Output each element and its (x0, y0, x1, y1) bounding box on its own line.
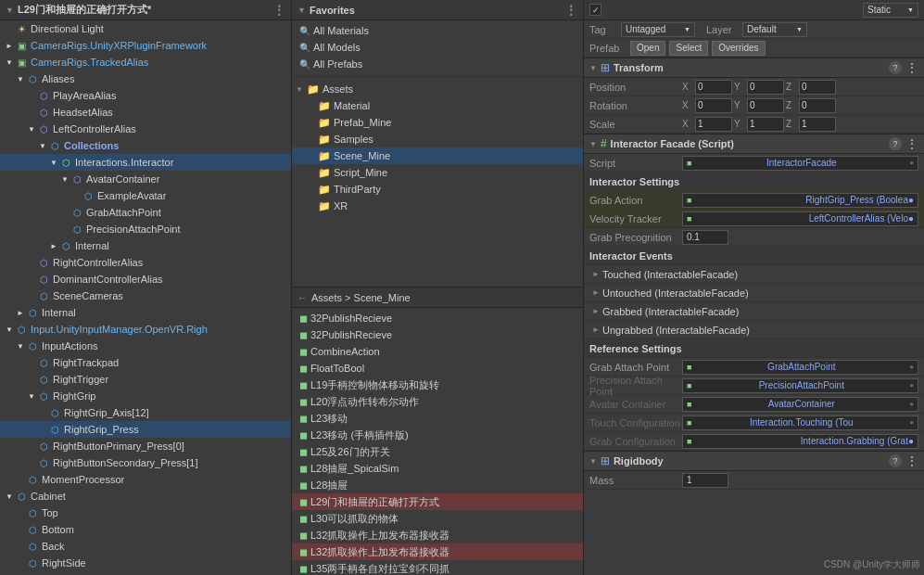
folder-item[interactable]: 📁Material (292, 97, 583, 114)
file-item[interactable]: ◼L29门和抽屉的正确打开方式 (292, 493, 583, 510)
favorites-more-btn[interactable]: ⋮ (564, 3, 577, 18)
facade-help-icon[interactable]: ? (889, 137, 902, 150)
tree-item-input-actions[interactable]: ⬡InputActions (0, 338, 291, 354)
rotation-y[interactable] (747, 98, 784, 113)
rigidbody-section-header[interactable]: ▼ ⊞ Rigidbody ? ⋮ (584, 451, 924, 471)
fav-item[interactable]: 🔍All Models (292, 39, 583, 56)
position-y[interactable] (747, 80, 784, 95)
tree-item-cabinet-leftside[interactable]: ⬡LeftSide (0, 571, 291, 575)
tree-item-cabinet-rightside[interactable]: ⬡RightSide (0, 555, 291, 571)
tree-item-right-button-primary[interactable]: ⬡RightButtonPrimary_Press[0] (0, 438, 291, 454)
tree-item-cabinet[interactable]: ⬡Cabinet (0, 488, 291, 505)
fav-item[interactable]: 🔍All Materials (292, 22, 583, 39)
prefab-open-btn[interactable]: Open (630, 41, 665, 56)
prefab-select-btn[interactable]: Select (669, 41, 708, 56)
rigidbody-help-icon[interactable]: ? (889, 454, 902, 467)
tree-item-right-grip-press[interactable]: ⬡RightGrip_Press (0, 421, 291, 438)
grab-attach-field[interactable]: ■ GrabAttachPoint ● (682, 360, 918, 375)
avatar-container-field[interactable]: ■ AvatarContainer ● (682, 397, 918, 412)
folder-item[interactable]: ▼📁Assets (292, 81, 583, 97)
folder-item[interactable]: 📁Samples (292, 131, 583, 147)
ungrabbed-event-row[interactable]: Ungrabbed (InteractableFacade) (584, 321, 924, 339)
prefab-overrides-btn[interactable]: Overrides (712, 41, 765, 56)
file-item[interactable]: ◼L19手柄控制物体移动和旋转 (292, 377, 583, 393)
transform-more-icon[interactable]: ⋮ (905, 61, 918, 74)
tree-item-camera-rig[interactable]: ▣CameraRigs.UnityXRPluginFramework (0, 37, 291, 54)
tree-item-avatar-container[interactable]: ⬡AvatarContainer (0, 171, 291, 187)
folder-item[interactable]: 📁Scene_Mine (292, 147, 583, 164)
folder-item[interactable]: 📁Script_Mine (292, 164, 583, 181)
file-item[interactable]: ◼L32抓取操作上加发布器接收器 (292, 527, 583, 543)
tree-item-interactions-interactor[interactable]: ⬡Interactions.Interactor (0, 154, 291, 171)
file-item[interactable]: ◼L28抽屉_SpicalSim (292, 460, 583, 477)
tree-item-scene-cameras[interactable]: ⬡SceneCameras (0, 288, 291, 304)
transform-help-icon[interactable]: ? (889, 61, 902, 74)
tree-item-cabinet-back[interactable]: ⬡Back (0, 538, 291, 555)
rotation-x[interactable] (695, 98, 732, 113)
file-item[interactable]: ◼L20浮点动作转布尔动作 (292, 393, 583, 410)
file-item[interactable]: ◼L23移动 (292, 410, 583, 427)
file-item[interactable]: ◼32PublishRecieve (292, 310, 583, 326)
grab-action-field[interactable]: ■ RightGrip_Press (Boolea● (682, 193, 918, 208)
tree-item-example-avatar[interactable]: ⬡ExampleAvatar (0, 187, 291, 204)
tree-item-left-controller-alias[interactable]: ⬡LeftControllerAlias (0, 121, 291, 137)
file-item[interactable]: ◼L32抓取操作上加发布器接收器 (292, 543, 583, 560)
file-item[interactable]: ◼L35两手柄各自对拉宝剑不同抓 (292, 560, 583, 575)
script-field[interactable]: ■ InteractorFacade ● (682, 156, 918, 171)
interactor-facade-header[interactable]: ▼ # Interactor Facade (Script) ? ⋮ (584, 134, 924, 154)
object-name-input[interactable]: Interactions.Interactor (607, 4, 857, 17)
tree-item-right-button-secondary[interactable]: ⬡RightButtonSecondary_Press[1] (0, 454, 291, 471)
tree-item-cabinet-top[interactable]: ⬡Top (0, 505, 291, 521)
scale-x[interactable] (695, 117, 732, 132)
scale-z[interactable] (799, 117, 836, 132)
tree-item-moment-processor[interactable]: ⬡MomentProcessor (0, 471, 291, 488)
file-item[interactable]: ◼FloatToBool (292, 360, 583, 377)
file-item[interactable]: ◼L23移动 (手柄插件版) (292, 427, 583, 443)
tree-item-right-controller-alias[interactable]: ⬡RightControllerAlias (0, 254, 291, 271)
position-z[interactable] (799, 80, 836, 95)
position-x[interactable] (695, 80, 732, 95)
tree-item-input-unity[interactable]: ⬡Input.UnityInputManager.OpenVR.Righ (0, 321, 291, 338)
tree-item-collections[interactable]: ⬡Collections (0, 137, 291, 154)
tree-item-directional-light[interactable]: ☀Directional Light (0, 20, 291, 37)
static-dropdown[interactable]: Static (863, 3, 918, 18)
transform-section-header[interactable]: ▼ ⊞ Transform ? ⋮ (584, 58, 924, 78)
tree-item-precision-attach-point[interactable]: ⬡PrecisionAttachPoint (0, 221, 291, 237)
touched-event-row[interactable]: Touched (InteractableFacade) (584, 265, 924, 284)
tree-item-internal-lca[interactable]: ⬡Internal (0, 237, 291, 254)
tree-item-right-trigger[interactable]: ⬡RightTrigger (0, 371, 291, 388)
file-item[interactable]: ◼L25及26门的开关 (292, 443, 583, 460)
tag-dropdown[interactable]: Untagged (621, 22, 695, 37)
file-item[interactable]: ◼L28抽屉 (292, 477, 583, 493)
file-item[interactable]: ◼L30可以抓取的物体 (292, 510, 583, 527)
fav-item[interactable]: 🔍All Prefabs (292, 56, 583, 72)
tree-item-internal-crt[interactable]: ⬡Internal (0, 304, 291, 321)
object-active-checkbox[interactable] (589, 4, 601, 16)
file-item[interactable]: ◼CombineAction (292, 343, 583, 360)
file-item[interactable]: ◼32PublishRecieve (292, 326, 583, 343)
touch-config-field[interactable]: ■ Interaction.Touching (Tou ● (682, 415, 918, 430)
tree-item-play-area-alias[interactable]: ⬡PlayAreaAlias (0, 87, 291, 104)
scale-y[interactable] (747, 117, 784, 132)
hierarchy-more-btn[interactable]: ⋮ (272, 3, 285, 18)
tree-item-headset-alias[interactable]: ⬡HeadsetAlias (0, 104, 291, 121)
tree-item-cabinet-bottom[interactable]: ⬡Bottom (0, 521, 291, 538)
tree-item-right-grip[interactable]: ⬡RightGrip (0, 388, 291, 404)
tree-item-dominant-controller-alias[interactable]: ⬡DominantControllerAlias (0, 271, 291, 288)
precision-attach-field[interactable]: ■ PrecisionAttachPoint ● (682, 378, 918, 393)
rigidbody-more-icon[interactable]: ⋮ (905, 454, 918, 467)
folder-item[interactable]: 📁XR (292, 198, 583, 214)
untouched-event-row[interactable]: Untouched (InteractableFacade) (584, 284, 924, 302)
folder-item[interactable]: 📁ThirdParty (292, 181, 583, 198)
rotation-z[interactable] (799, 98, 836, 113)
layer-dropdown[interactable]: Default (742, 22, 807, 37)
folder-item[interactable]: 📁Prefab_Mine (292, 114, 583, 131)
tree-item-aliases[interactable]: ⬡Aliases (0, 70, 291, 87)
grabbed-event-row[interactable]: Grabbed (InteractableFacade) (584, 302, 924, 321)
tree-item-camera-rig-tracked[interactable]: ▣CameraRigs.TrackedAlias (0, 54, 291, 70)
grab-precognition-input[interactable] (682, 230, 728, 245)
tree-item-right-grip-axis[interactable]: ⬡RightGrip_Axis[12] (0, 404, 291, 421)
facade-more-icon[interactable]: ⋮ (905, 137, 918, 150)
mass-input[interactable] (682, 473, 728, 488)
grab-config-field[interactable]: ■ Interaction.Grabbing (Grat● (682, 434, 918, 449)
